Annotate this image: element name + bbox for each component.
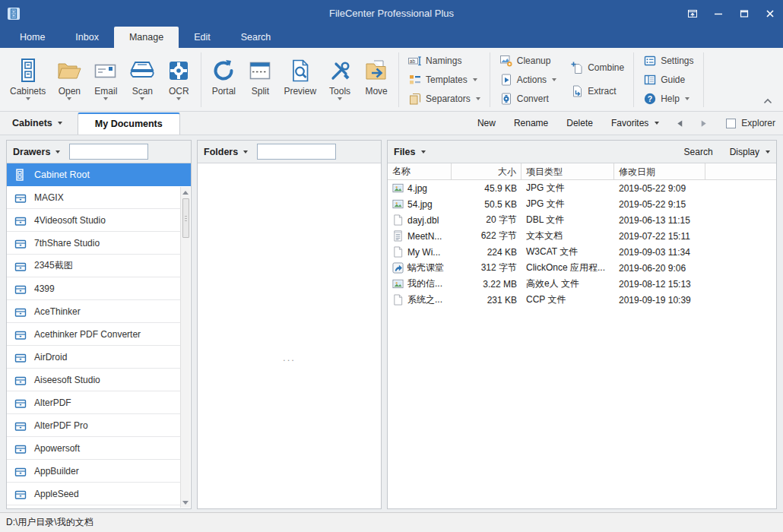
drawer-item-4videosoft-studio[interactable]: 4Videosoft Studio: [7, 209, 181, 232]
ribbon-button-guide[interactable]: Guide: [643, 70, 693, 89]
ribbon-button-scan[interactable]: Scan: [124, 54, 160, 106]
drawer-item-4399[interactable]: 4399: [7, 277, 181, 300]
ribbon-button-settings[interactable]: Settings: [643, 51, 693, 70]
drawer-item-7thshare-studio[interactable]: 7thShare Studio: [7, 232, 181, 255]
drawer-item-acethinker-pdf-converter[interactable]: Acethinker PDF Converter: [7, 323, 181, 346]
drawer-item-appbuilder[interactable]: AppBuilder: [7, 460, 181, 483]
menu-tab-manage[interactable]: Manage: [114, 27, 179, 48]
ribbon-button-label: Cabinets: [10, 86, 46, 97]
file-row[interactable]: MeetN...622 字节文本文档2019-07-22 15:11: [388, 228, 776, 244]
file-row[interactable]: 蜗壳课堂312 字节ClickOnce 应用程...2019-06-20 9:0…: [388, 260, 776, 276]
menu-tab-search[interactable]: Search: [226, 27, 287, 48]
drawer-item-appleseed[interactable]: AppleSeed: [7, 483, 181, 505]
ribbon-button-actions[interactable]: Actions: [499, 70, 556, 89]
file-row[interactable]: 系统之...231 KBCCP 文件2019-09-19 10:39: [388, 292, 776, 308]
files-dropdown[interactable]: Files: [394, 147, 426, 157]
svg-text:?: ?: [648, 93, 652, 103]
column-header-size[interactable]: 大小: [452, 163, 521, 179]
files-display-dropdown[interactable]: Display: [730, 147, 770, 157]
cabinets-dropdown[interactable]: Cabinets: [8, 112, 67, 135]
folders-dropdown[interactable]: Folders: [204, 147, 248, 157]
drawer-item-acethinker[interactable]: AceThinker: [7, 300, 181, 323]
folders-search-input[interactable]: [257, 144, 336, 160]
files-search-button[interactable]: Search: [684, 147, 713, 157]
chevron-down-icon: [26, 97, 30, 100]
rename-button[interactable]: Rename: [514, 118, 548, 128]
dock-window-icon[interactable]: [680, 0, 705, 27]
menu-tab-inbox[interactable]: Inbox: [60, 27, 114, 48]
drawer-item-aiseesoft-studio[interactable]: Aiseesoft Studio: [7, 369, 181, 391]
file-row[interactable]: dayj.dbl20 字节DBL 文件2019-06-13 11:15: [388, 212, 776, 228]
file-modified-cell: 2019-05-22 9:09: [614, 183, 705, 194]
back-arrow-icon[interactable]: [676, 119, 684, 128]
drawers-scrollbar[interactable]: [180, 187, 190, 508]
minimize-icon[interactable]: [705, 0, 731, 27]
drawer-item-alterpdf[interactable]: AlterPDF: [7, 391, 181, 414]
column-header-modified[interactable]: 修改日期: [614, 163, 705, 179]
cabinet-bar-actions: NewRenameDeleteFavoritesExplorer: [468, 112, 775, 135]
ribbon-button-preview[interactable]: Preview: [278, 54, 322, 106]
chevron-down-icon: [55, 150, 60, 154]
forward-arrow-icon[interactable]: [699, 119, 708, 128]
ribbon-button-tools[interactable]: Tools: [322, 54, 358, 106]
ribbon-button-cleanup[interactable]: Cleanup: [499, 51, 556, 70]
explorer-checkbox[interactable]: [726, 119, 736, 128]
maximize-icon[interactable]: [731, 0, 757, 27]
ribbon-button-ocr[interactable]: OCR: [160, 54, 197, 106]
file-size-cell: 50.5 KB: [452, 199, 521, 210]
scrollbar-thumb[interactable]: [182, 198, 189, 238]
favorites-dropdown[interactable]: Favorites: [611, 118, 659, 128]
file-modified-cell: 2019-09-19 10:39: [614, 295, 705, 306]
delete-button[interactable]: Delete: [566, 118, 593, 128]
ribbon-button-email[interactable]: Email: [87, 54, 124, 106]
drawer-icon: [14, 260, 27, 272]
new-button[interactable]: New: [477, 118, 496, 128]
cabinet-icon: [16, 57, 40, 84]
ribbon-button-separators[interactable]: Separators: [408, 89, 480, 108]
file-name: 54.jpg: [407, 199, 433, 210]
drawer-item-alterpdf-pro[interactable]: AlterPDF Pro: [7, 414, 181, 437]
ribbon-button-help[interactable]: ?Help: [643, 89, 693, 108]
drawers-search-input[interactable]: [69, 144, 148, 160]
menu-tab-home[interactable]: Home: [5, 27, 60, 48]
close-icon[interactable]: [757, 0, 783, 27]
file-name-cell: 我的信...: [388, 277, 452, 290]
ribbon-button-convert[interactable]: Convert: [499, 89, 556, 108]
ribbon-button-open[interactable]: Open: [51, 54, 87, 106]
file-size-cell: 20 字节: [452, 214, 521, 226]
ribbon-button-extract[interactable]: Extract: [570, 81, 624, 100]
file-row[interactable]: 我的信...3.22 MB高效e人 文件2019-08-12 15:13: [388, 276, 776, 292]
ribbon-button-split[interactable]: Split: [242, 54, 278, 106]
column-header-type[interactable]: 项目类型: [521, 163, 614, 179]
drawer-item-cabinet-root-selected[interactable]: Cabinet Root: [7, 163, 191, 186]
ribbon-button-combine[interactable]: Combine: [570, 59, 624, 78]
scroll-up-icon[interactable]: [181, 187, 191, 198]
file-name: 我的信...: [407, 277, 442, 290]
ribbon-collapse-chevron-icon[interactable]: [763, 96, 772, 106]
drawer-item-2345[interactable]: 2345截图: [7, 255, 181, 277]
menu-tab-edit[interactable]: Edit: [179, 27, 226, 48]
drawers-dropdown[interactable]: Drawers: [13, 147, 60, 157]
file-row[interactable]: 54.jpg50.5 KBJPG 文件2019-05-22 9:15: [388, 196, 776, 212]
explorer-toggle[interactable]: Explorer: [726, 118, 775, 128]
drawer-icon: [14, 192, 27, 204]
ribbon-button-namings[interactable]: abNamings: [408, 51, 480, 70]
file-name: MeetN...: [407, 231, 442, 242]
chevron-down-icon: [552, 78, 556, 81]
drawer-item-magix[interactable]: MAGIX: [7, 186, 181, 209]
tools-icon: [328, 57, 352, 84]
files-header-actions: Search Display: [667, 147, 770, 157]
file-row[interactable]: My Wi...224 KBW3CAT 文件2019-09-03 11:34: [388, 244, 776, 260]
file-shortcut-icon: [392, 262, 404, 274]
tab-my-documents[interactable]: My Documents: [78, 112, 180, 135]
scroll-down-icon[interactable]: [181, 497, 191, 508]
file-row[interactable]: 4.jpg45.9 KBJPG 文件2019-05-22 9:09: [388, 180, 776, 196]
ribbon-button-move[interactable]: Move: [358, 54, 395, 106]
ribbon-button-portal[interactable]: Portal: [205, 54, 242, 106]
ribbon-button-templates[interactable]: Templates: [408, 70, 480, 89]
ribbon-button-cabinets[interactable]: Cabinets: [5, 54, 51, 106]
drawer-item-apowersoft[interactable]: Apowersoft: [7, 437, 181, 460]
caret-slot: [338, 97, 342, 104]
drawer-item-airdroid[interactable]: AirDroid: [7, 346, 181, 369]
column-header-name[interactable]: 名称: [388, 163, 452, 179]
